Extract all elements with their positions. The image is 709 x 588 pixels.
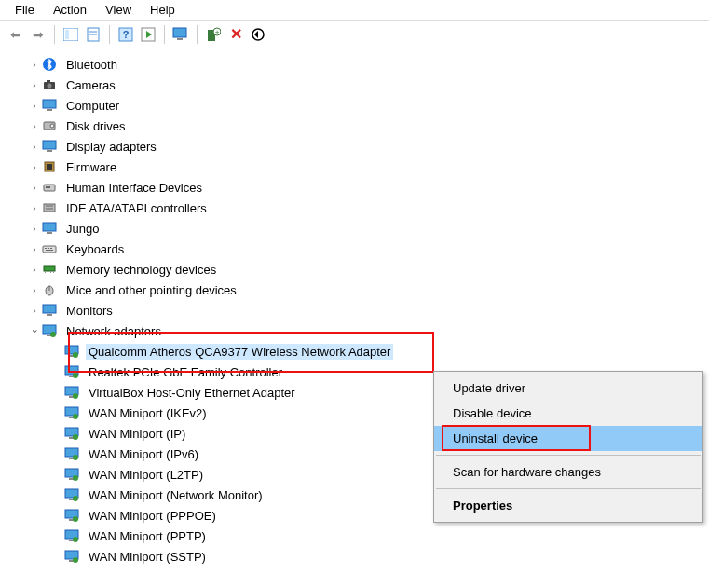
help-icon: ? [118, 27, 133, 42]
svg-point-61 [73, 393, 78, 399]
expander-icon[interactable]: › [28, 244, 41, 254]
tree-item-qca9377[interactable]: · Qualcomm Atheros QCA9377 Wireless Netw… [9, 341, 709, 362]
svg-point-52 [50, 332, 56, 337]
network-adapter-icon [63, 363, 80, 380]
context-menu-separator [436, 488, 701, 489]
expander-icon[interactable]: › [28, 121, 41, 131]
svg-rect-1 [65, 30, 69, 39]
menu-action[interactable]: Action [44, 1, 96, 19]
back-button[interactable]: ⬅ [6, 24, 26, 45]
network-adapter-icon [63, 404, 80, 421]
expander-icon[interactable]: › [28, 285, 41, 295]
tree-item-jungo[interactable]: › Jungo [9, 218, 709, 239]
keyboard-icon [41, 240, 58, 257]
help-button[interactable]: ? [116, 24, 136, 45]
ide-icon [41, 199, 58, 216]
svg-rect-25 [47, 150, 52, 152]
expander-icon[interactable]: › [28, 306, 41, 316]
context-menu-disable-device[interactable]: Disable device [434, 401, 702, 426]
tree-item-bluetooth[interactable]: › Bluetooth [9, 54, 709, 75]
context-menu-scan[interactable]: Scan for hardware changes [434, 459, 702, 485]
tree-item-label: WAN Miniport (IP) [86, 426, 188, 442]
svg-rect-9 [173, 28, 186, 37]
tree-item-label: Qualcomm Atheros QCA9377 Wireless Networ… [86, 344, 393, 360]
svg-rect-29 [46, 186, 48, 188]
action-button[interactable] [138, 24, 158, 45]
expander-icon[interactable]: › [28, 80, 41, 90]
monitor-scan-icon [172, 27, 189, 42]
menu-view[interactable]: View [96, 1, 141, 19]
svg-rect-48 [43, 305, 56, 313]
play-icon [141, 27, 156, 42]
svg-rect-45 [53, 271, 54, 273]
tree-item-keyboards[interactable]: › Keyboards [9, 239, 709, 259]
expander-icon[interactable]: › [30, 324, 40, 337]
expander-none: · [50, 367, 63, 377]
expander-icon[interactable]: › [28, 203, 41, 213]
tree-item-memtech[interactable]: › Memory technology devices [9, 259, 709, 280]
apply-button[interactable] [83, 24, 103, 45]
svg-point-18 [48, 84, 52, 89]
expander-icon[interactable]: › [28, 183, 41, 193]
expander-icon[interactable]: › [28, 60, 41, 70]
toolbar-separator [109, 25, 110, 44]
svg-rect-10 [177, 38, 183, 40]
tree-item-label: WAN Miniport (PPPOE) [86, 508, 219, 524]
tree-item-display-adapters[interactable]: › Display adapters [9, 136, 709, 157]
svg-rect-19 [47, 80, 50, 83]
network-adapter-icon [63, 466, 80, 483]
context-menu: Update driver Disable device Uninstall d… [433, 371, 703, 523]
hid-icon [41, 179, 58, 196]
expander-icon[interactable]: › [28, 162, 41, 172]
add-legacy-button[interactable]: + [203, 24, 224, 45]
expander-icon[interactable]: › [28, 224, 41, 234]
svg-rect-42 [45, 271, 46, 273]
svg-rect-20 [43, 100, 56, 108]
arrow-left-icon: ⬅ [10, 27, 21, 42]
svg-point-58 [73, 373, 78, 378]
svg-text:+: + [215, 28, 220, 36]
tree-item-label: IDE ATA/ATAPI controllers [63, 200, 210, 216]
menu-file[interactable]: File [6, 1, 44, 19]
svg-rect-38 [48, 248, 49, 249]
uninstall-button[interactable]: ✕ [225, 24, 246, 45]
expander-icon[interactable]: › [28, 265, 41, 275]
tree-item-wan-pptp[interactable]: · WAN Miniport (PPTP) [9, 526, 709, 546]
tree-item-label: Human Interface Devices [63, 180, 205, 196]
context-menu-uninstall-device[interactable]: Uninstall device [434, 426, 702, 451]
tree-item-computer[interactable]: › Computer [9, 95, 709, 116]
context-menu-properties[interactable]: Properties [434, 493, 702, 518]
tree-item-label: Disk drives [63, 118, 129, 134]
tree-item-label: WAN Miniport (L2TP) [86, 467, 206, 483]
tree-item-label: WAN Miniport (IKEv2) [86, 405, 210, 421]
tree-item-label: Cameras [63, 77, 118, 93]
toolbar-separator [197, 25, 198, 44]
tree-item-network-adapters[interactable]: › Network adapters [9, 321, 709, 341]
expander-icon[interactable]: › [28, 142, 41, 152]
svg-marker-15 [254, 31, 258, 38]
tree-item-label: VirtualBox Host-Only Ethernet Adapter [86, 385, 298, 401]
tree-item-wan-sstp[interactable]: · WAN Miniport (SSTP) [9, 546, 709, 567]
scan-button[interactable] [170, 24, 191, 45]
tree-item-ide[interactable]: › IDE ATA/ATAPI controllers [9, 198, 709, 218]
tree-item-disk-drives[interactable]: › Disk drives [9, 116, 709, 136]
menu-help[interactable]: Help [141, 1, 184, 19]
context-menu-update-driver[interactable]: Update driver [434, 376, 702, 401]
tree-item-mice[interactable]: › Mice and other pointing devices [9, 280, 709, 300]
show-hide-tree-button[interactable] [61, 24, 81, 45]
svg-rect-37 [45, 248, 47, 249]
svg-point-23 [50, 124, 54, 128]
forward-button[interactable]: ➡ [28, 24, 48, 45]
expander-icon[interactable]: › [28, 101, 41, 111]
tree-item-label: WAN Miniport (SSTP) [86, 549, 209, 565]
svg-rect-41 [44, 266, 55, 271]
update-button[interactable] [248, 24, 268, 45]
tree-item-hid[interactable]: › Human Interface Devices [9, 177, 709, 198]
svg-point-73 [73, 475, 78, 481]
memory-icon [41, 261, 58, 278]
tree-item-label: Memory technology devices [63, 262, 219, 278]
tree-item-monitors[interactable]: › Monitors [9, 300, 709, 321]
tree-item-firmware[interactable]: › Firmware [9, 157, 709, 177]
tree-item-cameras[interactable]: › Cameras [9, 75, 709, 95]
menu-bar: File Action View Help [0, 0, 709, 21]
